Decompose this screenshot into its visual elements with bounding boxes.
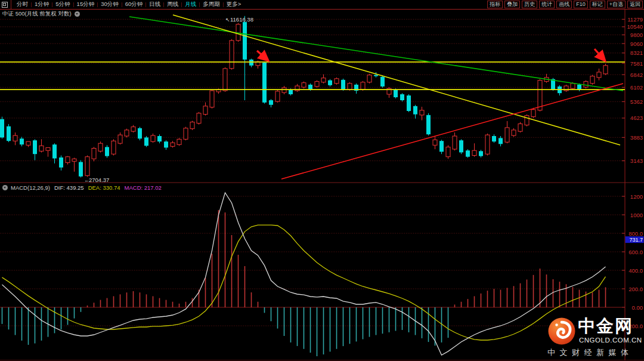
svg-text:200.0: 200.0 [628, 286, 643, 292]
svg-text:5362: 5362 [630, 98, 643, 105]
watermark-name: 中金网 [578, 314, 633, 338]
svg-text:1000: 1000 [630, 212, 643, 218]
macd-values: MACD(12,26,9)DIF: 439.25DEA: 330.74MACD:… [11, 184, 166, 191]
macd-header-segment-2: DEA: 330.74 [88, 184, 120, 191]
tab-period-1[interactable]: 1分钟 [32, 1, 52, 8]
toolbar-button-6[interactable]: 标记 [590, 1, 605, 8]
svg-text:1200: 1200 [630, 193, 643, 200]
tab-period-4[interactable]: 30分钟 [98, 1, 122, 8]
svg-text:9060: 9060 [630, 41, 643, 47]
macd-histogram [2, 210, 606, 356]
tab-period-6[interactable]: 日线 [146, 1, 163, 8]
macd-header-segment-3: MACD: 217.02 [125, 184, 162, 191]
svg-text:11279: 11279 [627, 16, 643, 23]
chart-canvas: 1127910540980090608321758168426102536246… [0, 0, 644, 361]
svg-text:3883: 3883 [630, 134, 643, 141]
toolbar-button-2[interactable]: 历史 [522, 1, 537, 8]
tab-period-3[interactable]: 15分钟 [74, 1, 98, 8]
macd-current-value-badge: 731.7 [626, 236, 644, 243]
tab-period-7[interactable]: 周线 [164, 1, 181, 8]
toolbar: 分时1分钟5分钟15分钟30分钟60分钟日线周线月线多周期更多> 指标叠加历史统… [0, 0, 644, 10]
svg-text:6842: 6842 [630, 72, 643, 78]
svg-text:↖: ↖ [225, 17, 230, 23]
toolbar-right-buttons: 指标叠加历史统计画线F10标记+自选返回 [485, 1, 643, 8]
watermark-slogan: 中文财经新媒体 [547, 347, 633, 358]
svg-text:731.7: 731.7 [629, 237, 643, 243]
toolbar-separator [11, 0, 11, 9]
toolbar-button-7[interactable]: +自选 [607, 1, 626, 8]
watermark: 中金网 CNGOLD.COM.CN 中文财经新媒体 [546, 314, 642, 360]
svg-text:600.0: 600.0 [628, 249, 643, 255]
tab-period-8[interactable]: 月线 [182, 1, 199, 8]
svg-text:2704.37: 2704.37 [89, 177, 109, 183]
toolbar-button-5[interactable]: F10 [574, 1, 588, 8]
window-icon[interactable] [2, 2, 8, 8]
svg-text:6102: 6102 [630, 84, 643, 91]
svg-text:10540: 10540 [627, 23, 643, 30]
tab-period-0[interactable]: 分时 [14, 1, 31, 8]
svg-text:8321: 8321 [630, 50, 643, 56]
svg-text:400.0: 400.0 [628, 267, 643, 274]
toolbar-button-1[interactable]: 叠加 [504, 1, 520, 8]
circle-dropdown-icon[interactable] [75, 11, 80, 17]
macd-header-segment-0: MACD(12,26,9) [11, 184, 50, 191]
svg-text:4623: 4623 [630, 115, 643, 121]
cngold-logo-icon [547, 317, 576, 345]
tab-period-5[interactable]: 60分钟 [122, 1, 146, 8]
svg-text:7581: 7581 [630, 60, 643, 67]
tab-period-2[interactable]: 5分钟 [52, 1, 73, 8]
price-annotations: ↖11616.38←2704.37 [84, 16, 253, 183]
svg-text:9800: 9800 [630, 32, 643, 38]
macd-header: MACD(12,26,9)DIF: 439.25DEA: 330.74MACD:… [2, 184, 166, 191]
page-title: 中证 500(月线 前复权 对数) [2, 10, 72, 18]
macd-header-segment-1: DIF: 439.25 [54, 184, 84, 191]
svg-text:3143: 3143 [630, 158, 643, 164]
toolbar-button-3[interactable]: 统计 [539, 1, 555, 8]
watermark-domain: CNGOLD.COM.CN [579, 337, 642, 344]
tab-period-9[interactable]: 多周期 [200, 1, 223, 8]
macd-circle-icon[interactable] [2, 185, 8, 190]
tab-period-10[interactable]: 更多> [224, 1, 244, 8]
candles-layer [0, 16, 608, 178]
toolbar-button-4[interactable]: 画线 [556, 1, 572, 8]
macd-gridlines: 12001000800.0600.0400.0200.00.00-200.0 [0, 193, 643, 329]
svg-text:0.00: 0.00 [632, 304, 643, 311]
toolbar-button-8[interactable]: 返回 [627, 1, 643, 8]
period-tabs: 分时1分钟5分钟15分钟30分钟60分钟日线周线月线多周期更多> [14, 1, 244, 8]
title-row: 中证 500(月线 前复权 对数) [2, 10, 80, 18]
toolbar-button-0[interactable]: 指标 [487, 1, 503, 8]
svg-text:800.0: 800.0 [628, 230, 643, 237]
svg-text:11616.38: 11616.38 [230, 16, 253, 23]
